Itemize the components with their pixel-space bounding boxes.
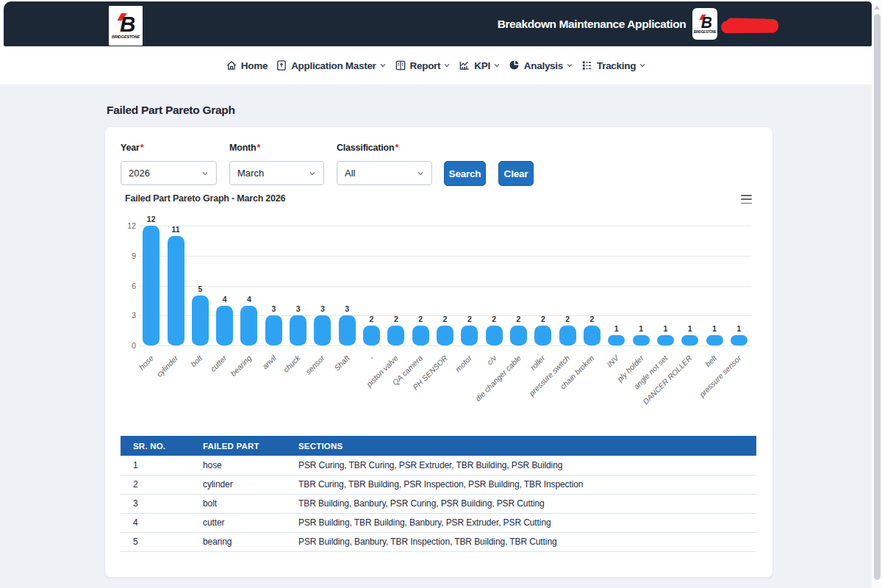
cell-sr-no: 3 xyxy=(121,494,190,513)
cell-sections: PSR Building, TBR Building, Banbury, PSR… xyxy=(286,513,756,532)
bar-value-label: 1 xyxy=(724,324,753,333)
vertical-scrollbar[interactable] xyxy=(872,0,882,588)
home-icon xyxy=(226,60,237,71)
chevron-down-icon xyxy=(443,62,451,69)
bar-7[interactable] xyxy=(290,315,306,345)
chevron-down-icon xyxy=(493,62,501,69)
scrollbar-up-arrow[interactable] xyxy=(874,5,880,10)
bar-25[interactable] xyxy=(731,335,747,345)
bar-19[interactable] xyxy=(584,326,600,345)
bar-20[interactable] xyxy=(608,335,625,345)
nav-item-label: KPI xyxy=(474,60,490,71)
chevron-down-icon xyxy=(566,62,573,69)
bar-18[interactable] xyxy=(559,326,576,345)
bar-value-label: 11 xyxy=(161,225,190,234)
y-axis-label: 9 xyxy=(114,251,136,260)
cell-sections: PSR Curing, TBR Curing, PSR Extruder, TB… xyxy=(286,456,756,475)
report-icon xyxy=(395,60,406,71)
bar-value-label: 12 xyxy=(137,215,166,223)
bar-2[interactable] xyxy=(168,236,184,345)
cell-sections: TBR Curing, TBR Building, PSR Inspection… xyxy=(286,475,756,494)
cell-failed-part: cutter xyxy=(190,513,286,532)
bar-value-label: 5 xyxy=(185,284,215,293)
nav-item-label: Tracking xyxy=(597,60,636,71)
bar-6[interactable] xyxy=(265,315,282,345)
x-axis-label: die changer cable xyxy=(473,354,523,403)
cell-failed-part: cylinder xyxy=(190,475,286,494)
cell-failed-part: bolt xyxy=(190,494,286,513)
table-row: 1hosePSR Curing, TBR Curing, PSR Extrude… xyxy=(121,456,756,475)
nav-item-label: Application Master xyxy=(291,60,376,71)
x-axis-label: hose xyxy=(137,354,155,372)
bar-16[interactable] xyxy=(510,326,527,345)
cell-sr-no: 2 xyxy=(121,475,190,494)
nav-item-label: Analysis xyxy=(524,60,563,71)
bar-17[interactable] xyxy=(534,326,551,345)
bar-1[interactable] xyxy=(143,226,159,345)
bar-value-label: 3 xyxy=(332,304,362,313)
table-header-c3: SECTIONS xyxy=(286,436,756,456)
bar-8[interactable] xyxy=(314,315,331,345)
gridline xyxy=(139,256,751,257)
cell-sr-no: 4 xyxy=(121,513,190,532)
table-row: 5bearingPSR Building, Banbury, TBR Inspe… xyxy=(121,532,756,551)
bar-10[interactable] xyxy=(363,326,380,345)
bar-value-label: 2 xyxy=(577,315,606,323)
redacted-username-scribble xyxy=(719,18,781,34)
bar-21[interactable] xyxy=(633,335,650,345)
gridline xyxy=(139,286,751,287)
bar-24[interactable] xyxy=(706,335,723,345)
x-axis-label: chuck xyxy=(282,354,302,374)
bridgestone-b-mark-small: B xyxy=(699,14,711,29)
bar-value-label: 4 xyxy=(234,295,264,304)
bar-5[interactable] xyxy=(240,306,257,345)
x-axis-label: motor xyxy=(453,354,473,373)
page-background: Failed Part Pareto Graph Year* Month* Cl… xyxy=(0,85,872,588)
table-row: 2cylinderTBR Curing, TBR Building, PSR I… xyxy=(121,475,756,494)
bar-4[interactable] xyxy=(216,306,233,345)
scrollbar-thumb[interactable] xyxy=(874,14,881,580)
nav-item-analysis[interactable]: Analysis xyxy=(509,60,573,71)
svg-text:B: B xyxy=(700,14,711,29)
nav-item-report[interactable]: Report xyxy=(395,60,451,71)
kpi-icon xyxy=(459,60,470,71)
bridgestone-b-mark: B xyxy=(117,12,135,33)
bridgestone-wordmark-small: BRIDGESTONE xyxy=(694,30,717,34)
x-axis-label: - xyxy=(368,354,376,362)
bar-11[interactable] xyxy=(387,326,404,345)
y-axis-label: 3 xyxy=(114,311,136,320)
bar-12[interactable] xyxy=(412,326,429,345)
cell-failed-part: hose xyxy=(190,456,286,475)
bridgestone-wordmark: BRIDGESTONE xyxy=(112,35,140,39)
bar-9[interactable] xyxy=(339,315,356,345)
x-axis-label: sensor xyxy=(304,354,326,376)
bar-22[interactable] xyxy=(657,335,674,345)
x-axis-label: bolt xyxy=(189,354,204,368)
x-axis-label: cylinder xyxy=(154,354,179,379)
nav-item-application-master[interactable]: Application Master xyxy=(276,60,386,71)
bar-13[interactable] xyxy=(437,326,453,345)
nav-item-home[interactable]: Home xyxy=(226,60,268,71)
bar-3[interactable] xyxy=(192,295,209,345)
bar-23[interactable] xyxy=(681,335,698,345)
x-axis-label: anvil xyxy=(260,354,278,371)
x-axis-label: cutter xyxy=(209,354,229,373)
analysis-icon xyxy=(509,60,520,71)
nav-item-kpi[interactable]: KPI xyxy=(459,60,501,71)
cell-sections: TBR Building, Banbury, PSR Curing, PSR B… xyxy=(286,494,756,513)
application-master-icon xyxy=(276,60,287,71)
tracking-icon xyxy=(581,60,593,71)
y-axis-label: 0 xyxy=(114,341,136,350)
failed-parts-table: SR. NO.FAILED PARTSECTIONS 1hosePSR Curi… xyxy=(121,436,756,552)
bar-14[interactable] xyxy=(461,326,478,345)
chevron-down-icon xyxy=(379,62,387,69)
gridline xyxy=(139,345,751,346)
cell-sr-no: 5 xyxy=(121,532,190,551)
bar-15[interactable] xyxy=(486,326,503,345)
x-axis-label: INV xyxy=(605,354,620,369)
x-axis-label: Shaft xyxy=(332,354,351,373)
y-axis-label: 12 xyxy=(114,221,136,230)
table-row: 3boltTBR Building, Banbury, PSR Curing, … xyxy=(121,494,756,513)
cell-failed-part: bearing xyxy=(190,532,286,551)
nav-item-tracking[interactable]: Tracking xyxy=(581,60,646,71)
